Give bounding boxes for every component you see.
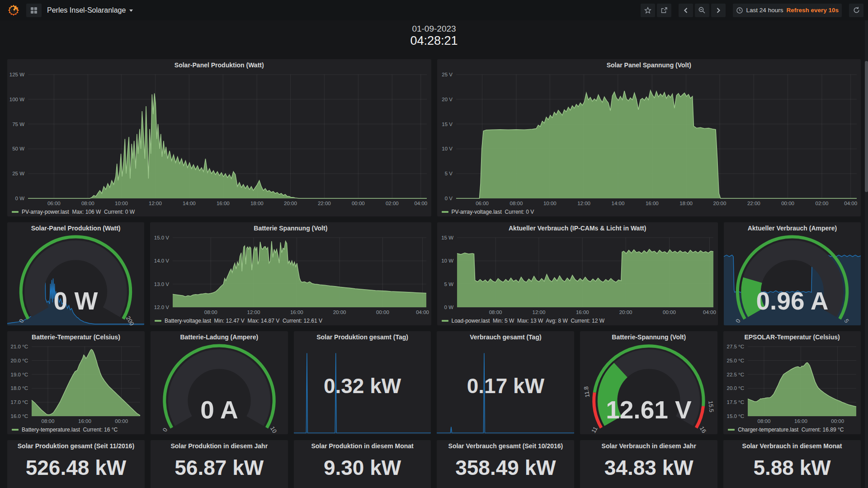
legend-series[interactable]: Load-power.last bbox=[452, 318, 490, 324]
svg-text:14:00: 14:00 bbox=[611, 201, 624, 206]
current-time: 04:28:21 bbox=[0, 34, 868, 48]
svg-text:16: 16 bbox=[698, 425, 708, 434]
panel-title[interactable]: Solar Verbrauch in diesem Jahr bbox=[580, 440, 717, 452]
dashboard-title: Perles Insel-Solaranlage bbox=[47, 6, 126, 14]
legend: Load-power.last Min: 5 W Max: 13 W Avg: … bbox=[437, 316, 718, 325]
svg-text:5 W: 5 W bbox=[444, 282, 453, 287]
svg-text:00:00: 00:00 bbox=[376, 310, 389, 315]
svg-text:00:00: 00:00 bbox=[781, 201, 794, 206]
legend-color-swatch bbox=[12, 429, 19, 431]
svg-text:16:00: 16:00 bbox=[78, 418, 91, 424]
svg-text:17.0 °C: 17.0 °C bbox=[11, 399, 28, 405]
legend-stats: Current: 16 °C bbox=[80, 427, 118, 433]
current-date: 01-09-2023 bbox=[0, 23, 868, 34]
panel-title[interactable]: Solar Verbrauch gesamt (Seit 10/2016) bbox=[437, 440, 574, 452]
legend-series[interactable]: PV-array-voltage.last bbox=[452, 209, 502, 215]
stat-value: 5.88 kW bbox=[723, 455, 861, 480]
grafana-logo-icon[interactable] bbox=[7, 4, 20, 17]
svg-text:17.5 °C: 17.5 °C bbox=[727, 399, 744, 405]
panel-title[interactable]: Solar Verbrauch in diesem Monat bbox=[723, 440, 861, 452]
share-icon bbox=[660, 7, 668, 14]
time-forward-button[interactable] bbox=[711, 4, 726, 17]
panel-title[interactable]: Solar-Panel Produktion (Watt) bbox=[7, 59, 431, 71]
timeseries-chart[interactable]: 15 W10 W5 W0 W08:0012:0016:0020:0000:000… bbox=[437, 234, 718, 316]
legend: PV-array-power.last Max: 106 W Current: … bbox=[7, 207, 431, 216]
svg-text:11.8: 11.8 bbox=[583, 386, 591, 398]
star-button[interactable] bbox=[641, 4, 655, 17]
legend-series[interactable]: PV-array-power.last bbox=[22, 209, 69, 215]
panel-solar-panel-produktion-watt: Solar-Panel Produktion (Watt) 125 W100 W… bbox=[7, 59, 431, 216]
refresh-interval-label: Refresh every 10s bbox=[786, 7, 839, 14]
svg-text:0 W: 0 W bbox=[444, 305, 453, 310]
panel-title[interactable]: Aktueller Verbrauch (Ampere) bbox=[724, 222, 861, 234]
legend-color-swatch bbox=[12, 211, 19, 213]
timeseries-chart[interactable]: 21.0 °C20.0 °C19.0 °C18.0 °C17.0 °C16.0 … bbox=[7, 343, 145, 425]
panel-title[interactable]: Solar Panel Spannung (Volt) bbox=[437, 59, 861, 71]
scrollbar-track[interactable] bbox=[865, 20, 868, 488]
panel-title[interactable]: Solar Produktion in diesem Jahr bbox=[151, 440, 288, 452]
timeseries-chart[interactable]: 25 V20 V15 V10 V5 V0 V06:0008:0010:0012:… bbox=[437, 71, 861, 207]
panel-solar-verbrauch-monat: Solar Verbrauch in diesem Monat 5.88 kW bbox=[723, 440, 861, 488]
timeseries-chart[interactable]: 125 W100 W75 W50 W25 W0 W06:0008:0010:00… bbox=[7, 71, 431, 207]
panel-aktueller-verbrauch-watt: Aktueller Verbrauch (IP-CAMs & Licht in … bbox=[437, 222, 718, 325]
panel-batterie-temperatur: Batterie-Temperatur (Celsius) 21.0 °C20.… bbox=[7, 331, 145, 434]
svg-text:12:00: 12:00 bbox=[247, 310, 260, 315]
time-range-label: Last 24 hours bbox=[746, 7, 783, 14]
svg-text:15.0 °C: 15.0 °C bbox=[727, 413, 744, 419]
zoom-out-button[interactable] bbox=[695, 4, 709, 17]
timeseries-chart[interactable]: 15.0 V14.0 V13.0 V12.0 V08:0012:0016:002… bbox=[150, 234, 431, 316]
svg-text:08:00: 08:00 bbox=[42, 418, 55, 424]
time-picker-button[interactable]: Last 24 hours Refresh every 10s bbox=[733, 4, 842, 17]
svg-text:20 V: 20 V bbox=[442, 97, 453, 102]
refresh-button[interactable] bbox=[849, 4, 863, 17]
svg-text:04:00: 04:00 bbox=[844, 201, 857, 206]
panel-title[interactable]: Batterie-Spannung (Volt) bbox=[580, 331, 717, 343]
star-icon bbox=[644, 7, 651, 14]
svg-text:15.0 V: 15.0 V bbox=[154, 235, 170, 240]
time-back-button[interactable] bbox=[679, 4, 693, 17]
navbar: Perles Insel-Solaranlage Las bbox=[0, 0, 868, 20]
svg-text:20:00: 20:00 bbox=[619, 310, 632, 315]
panel-title[interactable]: Batterie Spannung (Volt) bbox=[150, 222, 431, 234]
svg-text:10: 10 bbox=[269, 425, 278, 434]
svg-text:20:00: 20:00 bbox=[713, 201, 726, 206]
legend-series[interactable]: Charger-temperature.last bbox=[738, 427, 798, 433]
panel-title[interactable]: Solar Produktion in diesem Monat bbox=[294, 440, 431, 452]
panel-solar-verbrauch-jahr: Solar Verbrauch in diesem Jahr 34.83 kW bbox=[580, 440, 717, 488]
svg-text:14:00: 14:00 bbox=[183, 201, 196, 206]
panel-title[interactable]: Batterie-Temperatur (Celsius) bbox=[7, 331, 145, 343]
svg-text:12:00: 12:00 bbox=[577, 201, 590, 206]
dashboard-grid: Solar-Panel Produktion (Watt) 125 W100 W… bbox=[0, 59, 868, 488]
legend-series[interactable]: Battery-temperature.last bbox=[22, 427, 80, 433]
svg-text:0: 0 bbox=[161, 427, 169, 433]
stat-value: 34.83 kW bbox=[580, 455, 717, 480]
legend-series[interactable]: Battery-voltage.last bbox=[165, 318, 211, 324]
svg-text:0: 0 bbox=[18, 318, 25, 324]
svg-text:10 W: 10 W bbox=[441, 258, 453, 263]
panel-title[interactable]: Batterie-Ladung (Ampere) bbox=[151, 331, 288, 343]
timeseries-chart[interactable]: 27.5 °C25.0 °C22.5 °C20.0 °C17.5 °C15.0 … bbox=[723, 343, 861, 425]
panel-title[interactable]: Solar Produktion gesamt (Seit 11/2016) bbox=[7, 440, 145, 452]
svg-text:08:00: 08:00 bbox=[758, 418, 771, 424]
row-3: Batterie-Temperatur (Celsius) 21.0 °C20.… bbox=[7, 331, 861, 434]
svg-text:08:00: 08:00 bbox=[204, 310, 217, 315]
chevron-left-icon bbox=[683, 7, 689, 14]
row-4: Solar Produktion gesamt (Seit 11/2016) 5… bbox=[7, 440, 861, 488]
clock-icon bbox=[736, 7, 743, 14]
svg-text:0 W: 0 W bbox=[54, 287, 98, 315]
stat-value: 0.17 kW bbox=[437, 374, 574, 398]
svg-text:18:00: 18:00 bbox=[250, 201, 264, 206]
svg-text:00:00: 00:00 bbox=[352, 201, 365, 206]
share-button[interactable] bbox=[657, 4, 671, 17]
dashboard-title-dropdown[interactable]: Perles Insel-Solaranlage bbox=[47, 6, 133, 14]
legend-stats: Min: 5 W Max: 13 W Avg: 8 W Current: 12 … bbox=[490, 318, 604, 324]
panel-title[interactable]: Verbrauch gesamt (Tag) bbox=[437, 331, 574, 343]
panel-title[interactable]: Solar Produktion gesamt (Tag) bbox=[294, 331, 431, 343]
panel-title[interactable]: Aktueller Verbrauch (IP-CAMs & Licht in … bbox=[437, 222, 718, 234]
panel-title[interactable]: Solar-Panel Produktion (Watt) bbox=[7, 222, 144, 234]
dashboards-grid-icon[interactable] bbox=[26, 4, 42, 17]
legend-stats: Current: 0 V bbox=[502, 209, 534, 215]
svg-text:20.0 °C: 20.0 °C bbox=[11, 358, 28, 363]
panel-title[interactable]: EPSOLAR-Temperatur (Celsius) bbox=[723, 331, 861, 343]
scrollbar-thumb[interactable] bbox=[865, 61, 868, 192]
